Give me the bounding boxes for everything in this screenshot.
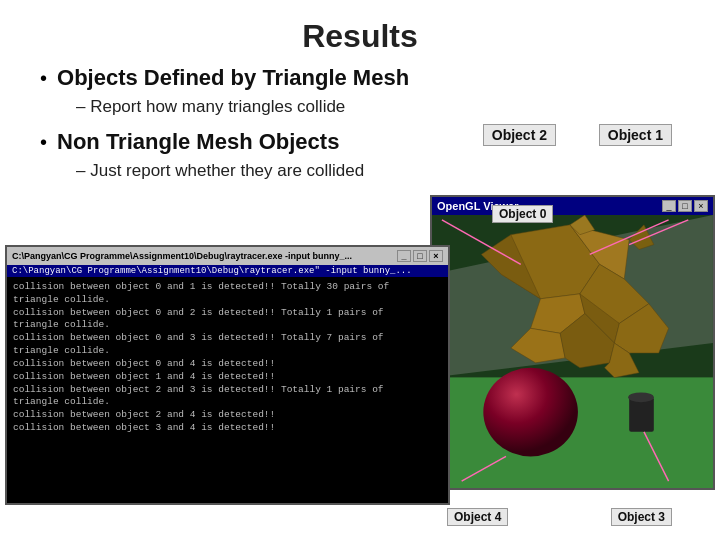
terminal-line: collision between object 3 and 4 is dete… <box>13 422 442 435</box>
opengl-titlebar: OpenGL Viewer _ □ × <box>432 197 713 215</box>
sub-bullet-triangle: Report how many triangles collide <box>40 97 720 117</box>
label-object2: Object 2 <box>483 124 556 146</box>
terminal-line: triangle collide. <box>13 319 442 332</box>
sphere-object <box>483 368 578 457</box>
label-object4: Object 4 <box>447 508 508 526</box>
terminal-path: C:\Pangyan\CG Programme\Assignment10\Deb… <box>7 265 448 277</box>
bullet-text-nontriangle: Non Triangle Mesh Objects <box>57 129 339 155</box>
terminal-titlebar: C:\Pangyan\CG Programme\Assignment10\Deb… <box>7 247 448 265</box>
terminal-line: triangle collide. <box>13 396 442 409</box>
terminal-minimize[interactable]: _ <box>397 250 411 262</box>
bullet-dot-2: • <box>40 131 47 154</box>
opengl-viewport <box>432 215 713 488</box>
terminal-line: collision between object 2 and 4 is dete… <box>13 409 442 422</box>
label-object1: Object 1 <box>599 124 672 146</box>
label-object0: Object 0 <box>492 205 553 223</box>
terminal-line: collision between object 0 and 3 is dete… <box>13 332 442 345</box>
terminal-line: collision between object 0 and 2 is dete… <box>13 307 442 320</box>
terminal-line: triangle collide. <box>13 345 442 358</box>
terminal-controls[interactable]: _ □ × <box>397 250 443 262</box>
terminal-line: triangle collide. <box>13 294 442 307</box>
terminal-line: collision between object 0 and 1 is dete… <box>13 281 442 294</box>
page-title: Results <box>0 0 720 65</box>
bullet-dot-1: • <box>40 67 47 90</box>
terminal-line: collision between object 0 and 4 is dete… <box>13 358 442 371</box>
close-button[interactable]: × <box>694 200 708 212</box>
svg-rect-15 <box>629 397 654 431</box>
label-object3: Object 3 <box>611 508 672 526</box>
minimize-button[interactable]: _ <box>662 200 676 212</box>
terminal-content: collision between object 0 and 1 is dete… <box>7 277 448 503</box>
bullet-text-triangle: Objects Defined by Triangle Mesh <box>57 65 409 91</box>
opengl-viewer-window: OpenGL Viewer _ □ × <box>430 195 715 490</box>
bullet-item-triangle: • Objects Defined by Triangle Mesh <box>40 65 720 91</box>
terminal-title: C:\Pangyan\CG Programme\Assignment10\Deb… <box>12 251 352 261</box>
terminal-maximize[interactable]: □ <box>413 250 427 262</box>
terminal-close[interactable]: × <box>429 250 443 262</box>
terminal-window: C:\Pangyan\CG Programme\Assignment10\Deb… <box>5 245 450 505</box>
sub-bullet-nontriangle: Just report whether they are collided <box>40 161 720 181</box>
scene-svg <box>432 215 713 488</box>
maximize-button[interactable]: □ <box>678 200 692 212</box>
terminal-line: collision between object 1 and 4 is dete… <box>13 371 442 384</box>
terminal-line: collision between object 2 and 3 is dete… <box>13 384 442 397</box>
window-controls[interactable]: _ □ × <box>662 200 708 212</box>
svg-point-16 <box>628 392 654 402</box>
